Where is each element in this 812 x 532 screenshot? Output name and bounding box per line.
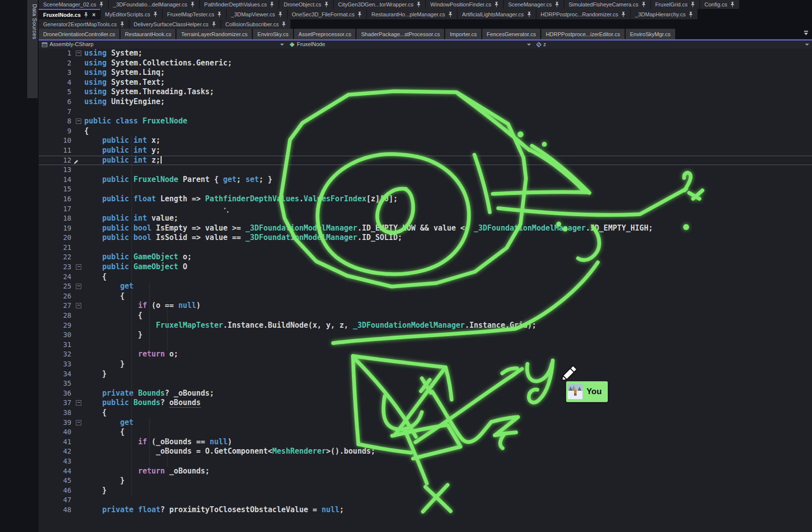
data-sources-vertical-tab[interactable]: Data Sources — [27, 0, 38, 98]
tab-_3DMapViewer.cs[interactable]: _3DMapViewer.cs — [227, 9, 287, 19]
fold-marker[interactable] — [71, 398, 84, 408]
tab-EnviroSky.cs[interactable]: EnviroSky.cs — [253, 29, 293, 39]
chevron-down-icon[interactable] — [280, 44, 284, 46]
code-text: _oBounds = O.GetComponent<MeshRenderer>(… — [84, 447, 375, 457]
pin-icon — [448, 11, 453, 17]
tab-CollisionSubscriber.cs[interactable]: CollisionSubscriber.cs — [221, 19, 291, 29]
line-number: 33 — [39, 359, 71, 369]
code-line-24: 24 { — [39, 272, 812, 282]
code-line-31: 31 — [39, 340, 812, 350]
code-line-27: 27 if (o == null) — [39, 301, 812, 311]
tab-TerrainLayerRandomizer.cs[interactable]: TerrainLayerRandomizer.cs — [176, 29, 252, 39]
breadcrumb-project[interactable]: Assembly-CSharp — [50, 41, 94, 47]
tab-_3DFoundatio...delManager.cs[interactable]: _3DFoundatio...delManager.cs — [109, 0, 199, 9]
chevron-down-icon[interactable] — [527, 44, 531, 46]
fold-marker[interactable] — [71, 301, 84, 311]
code-text: private Bounds? _oBounds; — [84, 389, 214, 399]
fold-marker[interactable] — [71, 117, 84, 126]
tab-RestaurantHo...pleManager.cs[interactable]: RestaurantHo...pleManager.cs — [367, 9, 457, 19]
code-text: public Bounds? oBounds — [84, 398, 201, 408]
tab-FruxelMapTester.cs[interactable]: FruxelMapTester.cs — [163, 9, 226, 19]
gutter-space — [71, 146, 84, 156]
pin-icon — [84, 12, 88, 18]
fold-marker[interactable] — [71, 418, 84, 428]
gutter-space — [71, 165, 84, 175]
gutter-space — [71, 350, 84, 359]
code-text: { — [84, 427, 124, 437]
tab-OneSec3D_FileFormat.cs[interactable]: OneSec3D_FileFormat.cs — [288, 9, 367, 19]
tab-label: SceneManager.cs — [508, 1, 552, 7]
code-line-22: 22 public GameObject o; — [39, 252, 812, 262]
tab-ArtificialLightsManager.cs[interactable]: ArtificialLightsManager.cs — [458, 9, 536, 19]
tab-label: Config.cs — [704, 1, 727, 7]
tab-EnviroSkyMgr.cs[interactable]: EnviroSkyMgr.cs — [626, 29, 675, 39]
breadcrumb-member[interactable]: z — [543, 41, 546, 47]
code-line-13: 13 — [39, 165, 812, 175]
tab-DroneOrientationController.cs[interactable]: DroneOrientationController.cs — [39, 29, 119, 39]
pin-icon — [190, 1, 195, 7]
tab-RestaurantHook.cs[interactable]: RestaurantHook.cs — [120, 29, 176, 39]
tab-Importer.cs[interactable]: Importer.cs — [445, 29, 481, 39]
code-line-45: 45 } — [39, 476, 812, 486]
code-text: using System.Linq; — [84, 68, 165, 78]
gutter-space — [71, 252, 84, 262]
fold-marker[interactable] — [71, 49, 84, 59]
breadcrumb-type[interactable]: FruxelNode — [297, 41, 325, 47]
tab-HDRPPostproce...izerEditor.cs[interactable]: HDRPPostproce...izerEditor.cs — [541, 29, 625, 39]
close-icon[interactable]: × — [92, 11, 96, 18]
tab-ShaderPackage...stProcessor.cs[interactable]: ShaderPackage...stProcessor.cs — [356, 29, 444, 39]
code-line-3: 3using System.Linq; — [39, 68, 812, 78]
pin-icon — [730, 1, 735, 7]
fold-marker[interactable] — [71, 282, 84, 292]
line-number: 1 — [39, 49, 71, 59]
gutter-space — [71, 214, 84, 224]
tab-FruxelGrid.cs[interactable]: FruxelGrid.cs — [651, 0, 699, 9]
tab-CityGen3DGen...torWrapper.cs[interactable]: CityGen3DGen...torWrapper.cs — [334, 0, 425, 9]
tab-AssetPreprocessor.cs[interactable]: AssetPreprocessor.cs — [294, 29, 355, 39]
tab-FruxelNode.cs[interactable]: FruxelNode.cs× — [39, 9, 100, 19]
pin-icon — [270, 1, 274, 7]
tab-label: DroneObject.cs — [284, 1, 321, 7]
code-text: } — [84, 476, 124, 486]
tab-PathfinderDepthValues.cs[interactable]: PathfinderDepthValues.cs — [200, 0, 279, 9]
pin-icon — [494, 1, 499, 7]
code-text: { — [84, 272, 107, 282]
line-number: 48 — [39, 505, 71, 515]
chevron-down-icon[interactable] — [805, 44, 809, 46]
tab-SceneManager.cs[interactable]: SceneManager.cs — [504, 0, 564, 9]
line-number: 37 — [39, 398, 71, 408]
gutter-space — [71, 272, 84, 282]
gutter-space — [71, 292, 84, 301]
tab-overflow-icon[interactable] — [803, 31, 809, 37]
project-icon — [42, 42, 48, 48]
code-editor[interactable]: 1using System;2using System.Collections.… — [39, 49, 812, 532]
code-line-28: 28 { — [39, 311, 812, 321]
tab-DroneObject.cs[interactable]: DroneObject.cs — [279, 0, 333, 9]
tab-FencesGenerator.cs[interactable]: FencesGenerator.cs — [482, 29, 540, 39]
code-text: public int x; — [84, 136, 161, 146]
remote-cursor-artifact — [227, 211, 229, 213]
tab-MyEditorScripts.cs[interactable]: MyEditorScripts.cs — [101, 9, 162, 19]
code-line-43: 43 — [39, 457, 812, 467]
code-text: } — [84, 330, 142, 340]
vs-code-editor-window: Data Sources SceneManager_02.cs_3DFounda… — [0, 0, 812, 532]
gutter-space — [71, 408, 84, 418]
tab-SceneManager_02.cs[interactable]: SceneManager_02.cs — [39, 0, 108, 9]
tab-WindowPositionFinder.cs[interactable]: WindowPositionFinder.cs — [426, 0, 503, 9]
fold-marker[interactable] — [71, 262, 84, 272]
line-number: 46 — [39, 486, 71, 496]
tab-Config.cs[interactable]: Config.cs — [700, 0, 739, 9]
tab-SimulatedFisheyeCamera.cs[interactable]: SimulatedFisheyeCamera.cs — [564, 0, 650, 9]
code-text: using UnityEngine; — [84, 97, 165, 107]
tab-HDRPPostproc...Randomizer.cs[interactable]: HDRPPostproc...Randomizer.cs — [536, 9, 631, 19]
code-text: using System; — [84, 49, 142, 59]
tab-label: WindowPositionFinder.cs — [430, 1, 491, 7]
tab-label: RestaurantHook.cs — [125, 31, 172, 37]
tab-DeliverySurfaceClassHelper.cs[interactable]: DeliverySurfaceClassHelper.cs — [129, 19, 221, 29]
code-text: { — [84, 311, 142, 321]
tab-_3DMapHierarchy.cs[interactable]: _3DMapHierarchy.cs — [631, 9, 697, 19]
line-number: 3 — [39, 68, 71, 78]
tab-Generator2ExportMapTools.cs[interactable]: Generator2ExportMapTools.cs — [39, 19, 129, 29]
pin-icon — [689, 11, 693, 17]
line-number: 27 — [39, 301, 71, 311]
